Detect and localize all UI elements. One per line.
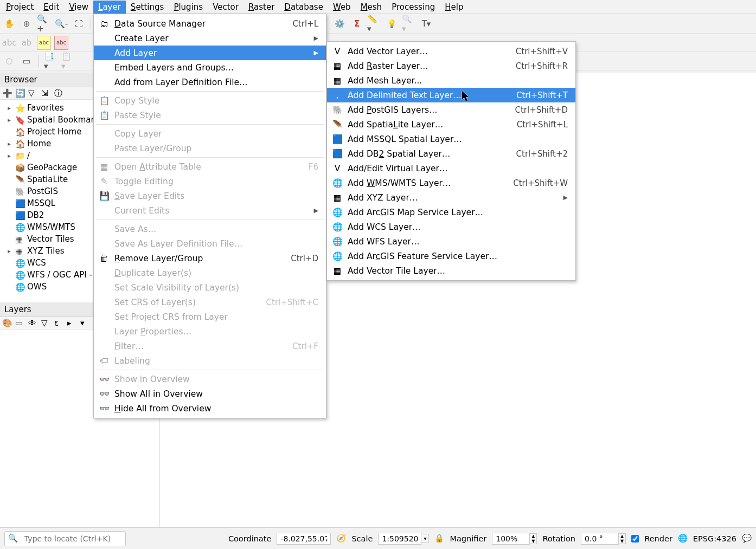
scale-dropdown-button[interactable]: ▾ xyxy=(421,534,429,543)
text-annotation-icon[interactable]: T▾ xyxy=(419,17,433,31)
menu-project[interactable]: Project xyxy=(1,1,39,14)
menu-mesh[interactable]: Mesh xyxy=(356,1,387,14)
layer-menu-data-source-manager[interactable]: 🗂Data Source ManagerCtrl+L xyxy=(94,16,326,31)
menu-edit[interactable]: Edit xyxy=(39,1,64,14)
expand-caret-icon[interactable]: ▸ xyxy=(7,140,12,147)
layer-menu-embed-layers-and-groups-[interactable]: Embed Layers and Groups… xyxy=(94,60,326,75)
layer-style-icon[interactable]: 🎨 xyxy=(2,318,12,328)
pan-icon[interactable]: ✋ xyxy=(2,17,16,31)
paste-features-icon[interactable]: 📋▾ xyxy=(61,54,75,68)
tree-icon: 🟦 xyxy=(15,199,24,208)
add-layer-add-xyz-layer-[interactable]: ▦Add XYZ Layer…▶ xyxy=(327,190,575,205)
scale-field[interactable] xyxy=(378,533,421,545)
add-layer-add-arcgis-feature-service-layer-[interactable]: 🌐Add ArcGIS Feature Service Layer… xyxy=(327,249,575,263)
layer-visibility-icon[interactable]: 👁 xyxy=(28,318,38,328)
copy-features-icon[interactable]: 📑▾ xyxy=(44,54,58,68)
coordinate-field[interactable] xyxy=(277,533,331,545)
tree-icon: 📦 xyxy=(15,163,24,172)
add-layer-icon[interactable]: ➕ xyxy=(2,88,12,98)
magnifier-spinner[interactable]: ▲▼ xyxy=(530,533,537,544)
layer-menu-remove-layer-group[interactable]: 🗑Remove Layer/GroupCtrl+D xyxy=(94,251,326,266)
add-layer-add-wfs-layer-[interactable]: 🌐Add WFS Layer… xyxy=(327,234,575,249)
menu-web[interactable]: Web xyxy=(328,1,356,14)
locator-input[interactable] xyxy=(21,533,122,544)
menu-item-shortcut: F6 xyxy=(309,162,318,172)
menu-vector[interactable]: Vector xyxy=(208,1,244,14)
menu-layer[interactable]: Layer xyxy=(93,1,126,14)
menu-view[interactable]: View xyxy=(64,1,93,14)
menu-item-label: Add WFS Layer… xyxy=(348,237,568,247)
menu-help[interactable]: Help xyxy=(440,1,468,14)
sigma-icon[interactable]: Σ xyxy=(350,17,364,31)
measure-icon[interactable]: 📏▾ xyxy=(367,17,381,31)
zoom-out-icon[interactable]: 🔍- xyxy=(54,17,68,31)
menu-item-icon: 📋 xyxy=(99,96,109,106)
add-layer-add-arcgis-map-service-layer-[interactable]: 🌐Add ArcGIS Map Service Layer… xyxy=(327,205,575,219)
refresh-icon[interactable]: 🔄 xyxy=(15,88,25,98)
menu-item-icon: ✎ xyxy=(99,177,109,186)
layer-expand-icon[interactable]: ▸ xyxy=(67,318,77,328)
layer-menu-create-layer[interactable]: Create Layer▶ xyxy=(94,31,326,46)
messages-icon[interactable]: 💬 xyxy=(742,534,752,543)
add-layer-submenu[interactable]: VAdd Vector Layer…Ctrl+Shift+V▦Add Raste… xyxy=(326,41,576,281)
zoom-in-icon[interactable]: 🔍+ xyxy=(37,17,51,31)
menu-item-icon: ▦ xyxy=(332,193,342,203)
add-layer-add-mesh-layer-[interactable]: ▦Add Mesh Layer... xyxy=(327,73,575,88)
add-layer-add-mssql-spatial-layer-[interactable]: 🟦Add MSSQL Spatial Layer… xyxy=(327,132,575,146)
locator-search[interactable]: 🔍 xyxy=(4,531,126,546)
menu-plugins[interactable]: Plugins xyxy=(169,1,208,14)
add-layer-add-postgis-layers-[interactable]: 🐘Add PostGIS Layers…Ctrl+Shift+D xyxy=(327,102,575,117)
add-layer-add-delimited-text-layer-[interactable]: ,Add Delimited Text Layer…Ctrl+Shift+T xyxy=(327,88,575,102)
add-layer-add-vector-layer-[interactable]: VAdd Vector Layer…Ctrl+Shift+V xyxy=(327,44,575,59)
lock-icon[interactable]: 🔒 xyxy=(434,534,444,543)
rotation-spinner[interactable]: ▲▼ xyxy=(619,533,626,544)
menubar[interactable]: ProjectEditViewLayerSettingsPluginsVecto… xyxy=(0,0,756,14)
snapping-icon[interactable]: ⬡ xyxy=(2,54,16,68)
collapse-icon[interactable]: ⇲ xyxy=(41,88,51,98)
new-layer-icon[interactable]: ▭ xyxy=(20,54,34,68)
expand-caret-icon[interactable]: ▸ xyxy=(7,105,12,112)
rotation-field[interactable] xyxy=(581,533,619,545)
layer-filter-icon[interactable]: ▽ xyxy=(41,318,51,328)
layer-add-group-icon[interactable]: ▭ xyxy=(15,318,25,328)
menu-raster[interactable]: Raster xyxy=(244,1,279,14)
search-dropdown-icon[interactable]: 🔍▾ xyxy=(402,17,416,31)
magnifier-field[interactable] xyxy=(492,533,530,545)
menu-settings[interactable]: Settings xyxy=(126,1,169,14)
processing-icon[interactable]: ⚙️ xyxy=(332,17,347,31)
menu-database[interactable]: Database xyxy=(279,1,328,14)
filter-icon[interactable]: ▽ xyxy=(28,88,38,98)
layer-collapse-icon[interactable]: ▾ xyxy=(80,318,90,328)
coordinate-toggle-icon[interactable]: 🧭 xyxy=(336,534,346,543)
menu-item-icon: ▦ xyxy=(332,76,342,86)
expand-caret-icon[interactable]: ▸ xyxy=(7,152,12,159)
zoom-full-icon[interactable]: ⛶ xyxy=(72,17,86,31)
add-layer-add-wcs-layer-[interactable]: 🌐Add WCS Layer… xyxy=(327,219,575,234)
pan-to-selection-icon[interactable]: ⊕ xyxy=(20,17,34,31)
add-layer-add-wms-wmts-layer-[interactable]: 🌐Add WMS/WMTS Layer…Ctrl+Shift+W xyxy=(327,176,575,190)
menu-processing[interactable]: Processing xyxy=(387,1,440,14)
properties-icon[interactable]: ⓘ xyxy=(54,88,64,98)
crs-icon[interactable]: 🌐 xyxy=(678,534,688,543)
layer-menu-add-from-layer-definition-file-[interactable]: Add from Layer Definition File… xyxy=(94,75,326,89)
menu-item-icon: 🏷 xyxy=(99,356,109,366)
render-checkbox[interactable] xyxy=(631,535,639,542)
layer-menu-dropdown[interactable]: 🗂Data Source ManagerCtrl+LCreate Layer▶A… xyxy=(93,14,326,418)
add-layer-add-raster-layer-[interactable]: ▦Add Raster Layer…Ctrl+Shift+R xyxy=(327,59,575,73)
expand-caret-icon[interactable]: ▸ xyxy=(7,248,12,255)
layer-expr-icon[interactable]: ε xyxy=(54,318,64,328)
add-layer-add-vector-tile-layer-[interactable]: ▦Add Vector Tile Layer… xyxy=(327,263,575,278)
add-layer-add-db2-spatial-layer-[interactable]: 🟦Add DB2 Spatial Layer…Ctrl+Shift+2 xyxy=(327,146,575,161)
expand-caret-icon[interactable]: ▸ xyxy=(7,117,12,124)
tips-icon[interactable]: 💡 xyxy=(385,17,399,31)
layer-menu-hide-all-from-overview[interactable]: 👓Hide All from Overview xyxy=(94,401,326,416)
menu-item-label: Copy Layer xyxy=(114,129,318,139)
add-layer-add-spatialite-layer-[interactable]: 🪶Add SpatiaLite Layer…Ctrl+Shift+L xyxy=(327,117,575,132)
layer-menu-add-layer[interactable]: Add Layer▶ xyxy=(94,46,326,60)
add-layer-add-edit-virtual-layer-[interactable]: VAdd/Edit Virtual Layer… xyxy=(327,161,575,176)
menu-item-icon: 👓 xyxy=(99,374,109,384)
crs-value[interactable]: EPSG:4326 xyxy=(693,534,736,543)
layer-menu-show-all-in-overview[interactable]: 👓Show All in Overview xyxy=(94,386,326,401)
label-rect-y-icon[interactable]: abc xyxy=(37,36,51,50)
label-rect-r-icon[interactable]: abc xyxy=(54,36,68,50)
